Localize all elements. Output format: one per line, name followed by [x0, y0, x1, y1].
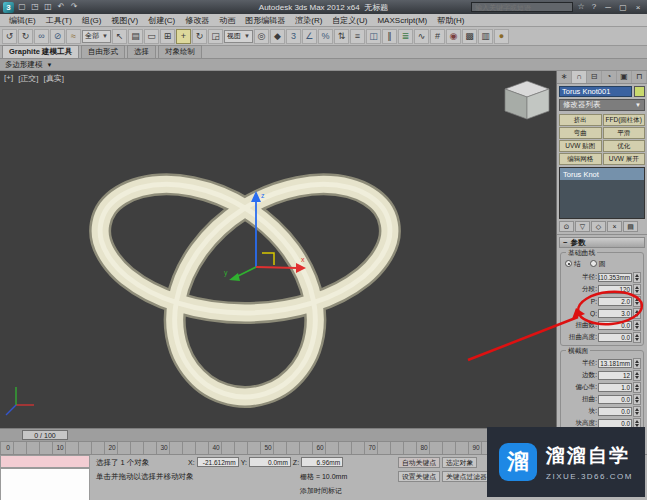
curve-editor-icon[interactable]: ∿ [414, 29, 429, 44]
viewport-shading-label[interactable]: [真实] [44, 73, 64, 84]
radius-field[interactable]: 110.353mm [598, 273, 632, 282]
menu-item-modifiers[interactable]: 修改器 [180, 15, 214, 26]
segments-field[interactable]: 120 [598, 285, 632, 294]
mod-btn-smooth[interactable]: 平滑 [603, 127, 646, 139]
render-setup-icon[interactable]: ▩ [462, 29, 477, 44]
align-icon[interactable]: ∥ [382, 29, 397, 44]
angle-snap-icon[interactable]: ∠ [302, 29, 317, 44]
selected-objects-button[interactable]: 选定对象 [442, 457, 477, 468]
spinner-control[interactable] [633, 272, 641, 283]
select-object-icon[interactable]: ↖ [112, 29, 127, 44]
minimize-button[interactable]: ─ [602, 3, 614, 12]
close-button[interactable]: × [632, 3, 644, 12]
bind-spacewarp-icon[interactable]: ≈ [66, 29, 81, 44]
new-file-icon[interactable]: ▢ [17, 1, 27, 13]
favorites-star-icon[interactable]: ☆ [576, 1, 586, 13]
viewport-view-label[interactable]: [正交] [18, 73, 38, 84]
select-by-name-icon[interactable]: ▤ [128, 29, 143, 44]
mod-btn-ffd-cylinder[interactable]: FFD(圆柱体) [603, 114, 646, 126]
z-coordinate-field[interactable]: 6.96mm [301, 457, 343, 467]
menu-item-maxscript[interactable]: MAXScript(M) [372, 16, 432, 25]
twist-field[interactable]: 0.0 [598, 395, 632, 404]
move-icon[interactable]: + [176, 29, 191, 44]
torus-knot-object[interactable]: z x y [0, 71, 557, 428]
menu-item-views[interactable]: 视图(V) [106, 15, 143, 26]
tab-object-paint[interactable]: 对象绘制 [158, 45, 202, 58]
spinner-snap-icon[interactable]: ⇅ [334, 29, 349, 44]
maximize-button[interactable]: ▢ [617, 3, 629, 12]
menu-item-tools[interactable]: 工具(T) [41, 15, 77, 26]
spinner-control[interactable] [633, 284, 641, 295]
menu-item-graph-editors[interactable]: 图形编辑器 [240, 15, 290, 26]
tab-selection[interactable]: 选择 [127, 45, 156, 58]
modify-tab-icon[interactable]: ∩ [572, 71, 587, 83]
selection-filter-combo[interactable]: 全部▼ [82, 30, 111, 43]
spinner-control[interactable] [633, 308, 641, 319]
undo-icon[interactable]: ↺ [2, 29, 17, 44]
maxscript-listener-input[interactable] [0, 455, 90, 468]
spinner-control[interactable] [633, 358, 641, 369]
spinner-control[interactable] [633, 320, 641, 331]
time-slider[interactable]: 0 / 100 [0, 428, 557, 441]
region-rect-icon[interactable]: ▭ [144, 29, 159, 44]
ribbon-panel-bar[interactable]: 多边形建模 ▼ [0, 59, 647, 71]
mod-btn-uvw-map[interactable]: UVW 贴图 [559, 140, 602, 152]
add-time-tag[interactable]: 添加时间标记 [300, 486, 342, 496]
motion-tab-icon[interactable]: ◔ [602, 71, 617, 83]
spinner-control[interactable] [633, 370, 641, 381]
help-icon[interactable]: ? [589, 1, 599, 13]
spinner-control[interactable] [633, 394, 641, 405]
q-field[interactable]: 3.0 [598, 309, 632, 318]
save-file-icon[interactable]: ◫ [43, 1, 53, 13]
spinner-control[interactable] [633, 296, 641, 307]
menu-item-animation[interactable]: 动画 [214, 15, 240, 26]
use-center-icon[interactable]: ◎ [254, 29, 269, 44]
viewport[interactable]: [+] [正交] [真实] z x y [0, 71, 557, 428]
warp-height-field[interactable]: 0.0 [598, 333, 632, 342]
display-tab-icon[interactable]: ▣ [617, 71, 632, 83]
make-unique-icon[interactable]: ◇ [591, 221, 606, 232]
maxscript-listener-output[interactable] [0, 468, 90, 500]
unlink-icon[interactable]: ⊘ [50, 29, 65, 44]
mod-btn-edit-mesh[interactable]: 编辑网格 [559, 153, 602, 165]
radio-circle[interactable]: 圆 [590, 259, 606, 269]
y-coordinate-field[interactable]: 0.0mm [249, 457, 291, 467]
render-icon[interactable]: ● [494, 29, 509, 44]
gizmo-plane-handle[interactable] [262, 253, 274, 265]
gizmo-x-axis[interactable] [256, 267, 297, 268]
scale-icon[interactable]: ◲ [208, 29, 223, 44]
hierarchy-tab-icon[interactable]: ⊟ [587, 71, 602, 83]
object-name-field[interactable]: Torus Knot001 [559, 86, 632, 97]
parameters-rollout[interactable]: − 参数 [559, 237, 645, 248]
search-input[interactable] [471, 2, 573, 12]
menu-item-customize[interactable]: 自定义(U) [327, 15, 372, 26]
viewport-menu-plus[interactable]: [+] [4, 73, 13, 84]
mod-btn-optimize[interactable]: 优化 [603, 140, 646, 152]
percent-snap-icon[interactable]: % [318, 29, 333, 44]
pin-stack-icon[interactable]: ⊙ [559, 221, 574, 232]
utilities-tab-icon[interactable]: ⊓ [632, 71, 647, 83]
reference-coordinate-combo[interactable]: 视图▼ [224, 30, 253, 43]
mod-btn-bend[interactable]: 弯曲 [559, 127, 602, 139]
eccentricity-field[interactable]: 1.0 [598, 383, 632, 392]
app-logo-icon[interactable]: 3 [3, 2, 14, 13]
auto-key-button[interactable]: 自动关键点 [398, 457, 440, 468]
modifier-stack[interactable]: Torus Knot [559, 167, 645, 219]
rotate-icon[interactable]: ↻ [192, 29, 207, 44]
tab-graphite-modeling[interactable]: Graphite 建模工具 [2, 45, 79, 58]
modifier-list-dropdown[interactable]: 修改器列表 ▼ [559, 99, 645, 111]
menu-item-help[interactable]: 帮助(H) [432, 15, 469, 26]
object-color-swatch[interactable] [634, 86, 645, 97]
p-field[interactable]: 2.0 [598, 297, 632, 306]
warp-count-field[interactable]: 0.0 [598, 321, 632, 330]
spinner-control[interactable] [633, 406, 641, 417]
named-selection-icon[interactable]: ≡ [350, 29, 365, 44]
cs-radius-field[interactable]: 13.181mm [598, 359, 632, 368]
set-key-button[interactable]: 设置关键点 [398, 471, 440, 482]
stack-item-torus-knot[interactable]: Torus Knot [560, 168, 644, 180]
tab-freeform[interactable]: 自由形式 [81, 45, 125, 58]
redo-icon[interactable]: ↻ [18, 29, 33, 44]
menu-item-edit[interactable]: 编辑(E) [4, 15, 41, 26]
open-file-icon[interactable]: ◳ [30, 1, 40, 13]
snap-3d-icon[interactable]: 3 [286, 29, 301, 44]
